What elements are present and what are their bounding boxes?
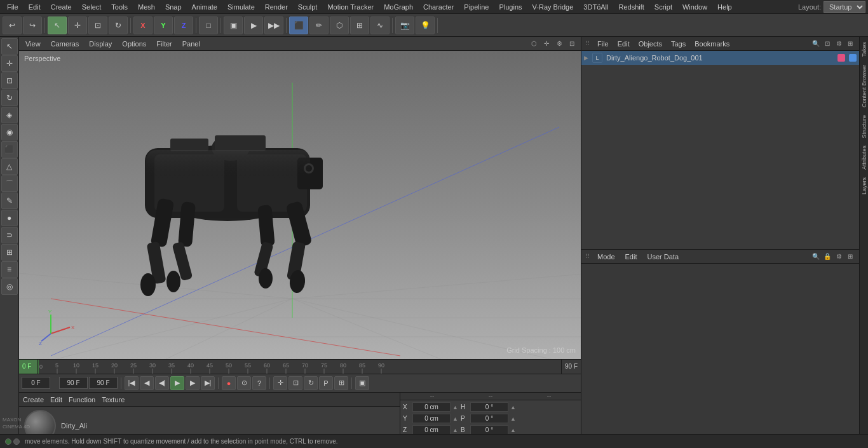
keyframe-button[interactable]: ⊞ [334,376,348,390]
coord-y-input[interactable] [412,414,451,423]
record-button[interactable]: ● [222,376,236,390]
tab-structure[interactable]: Structure [860,111,869,142]
sidebar-tool2-icon[interactable]: ◉ [1,124,18,140]
loop-button[interactable]: ⬡ [330,17,349,34]
viewport-settings-icon[interactable]: ⚙ [554,39,564,49]
light-button[interactable]: 💡 [416,17,435,34]
rp-objects-menu[interactable]: Objects [636,39,665,49]
timeline-ruler[interactable]: .tick{font-size:9px;fill:#888} 0 5 10 15 [38,360,561,374]
sidebar-bend-icon[interactable]: ⌒ [1,175,18,192]
sidebar-sym-icon[interactable]: ⊃ [1,227,18,243]
rotate-key-button[interactable]: ↻ [304,376,318,390]
menu-plugins[interactable]: Plugins [494,2,526,12]
record-auto-button[interactable]: ⊙ [237,376,251,390]
menu-select[interactable]: Select [78,2,106,12]
undo-button[interactable]: ↩ [3,17,22,34]
select-tool-button[interactable]: ↖ [48,17,67,34]
coord-y-arrow[interactable]: ▲ [452,416,459,422]
coord-z-input[interactable] [412,425,451,435]
sidebar-scale-icon[interactable]: ⊡ [1,72,18,89]
material-create-menu[interactable]: Create [23,396,44,404]
pen-button[interactable]: ✏ [309,17,329,34]
help-button[interactable]: ? [252,376,266,390]
viewport-options-menu[interactable]: Options [119,39,149,49]
move-key-button[interactable]: ✛ [273,376,287,390]
viewport-maximize-icon[interactable]: ⊡ [567,39,577,49]
viewport-panel-menu[interactable]: Panel [180,39,203,49]
menu-mograph[interactable]: MoGraph [379,2,417,12]
play-reverse-button[interactable]: ◀| [155,376,169,390]
menu-edit[interactable]: Edit [24,2,45,12]
go-end-button[interactable]: ▶| [201,376,215,390]
play-button[interactable]: ▶ [170,376,184,390]
viewport-view-menu[interactable]: View [23,39,43,49]
material-edit-menu[interactable]: Edit [50,396,62,404]
camera-button[interactable]: 📷 [395,17,414,34]
tab-content-browser[interactable]: Content Browser [860,61,869,111]
scale-tool-button[interactable]: ⊡ [88,17,107,34]
rotate-tool-button[interactable]: ↻ [109,17,128,34]
attrs-edit-menu[interactable]: Edit [623,252,640,262]
coord-b-arrow[interactable]: ▲ [510,427,517,433]
viewport-cross-icon[interactable]: ✛ [541,39,552,49]
playback-end-input-left[interactable] [59,377,88,389]
render-region-button[interactable]: ▣ [224,17,243,34]
playback-end-input-right[interactable] [89,377,118,389]
menu-snap[interactable]: Snap [161,2,186,12]
coord-x-arrow[interactable]: ▲ [452,404,459,411]
sidebar-move-icon[interactable]: ✛ [1,55,18,72]
move-tool-button[interactable]: ✛ [68,17,87,34]
menu-tools[interactable]: Tools [107,2,132,12]
menu-simulate[interactable]: Simulate [223,2,259,12]
coord-z-arrow[interactable]: ▲ [452,427,459,433]
attrs-userdata-menu[interactable]: User Data [645,252,682,262]
go-start-button[interactable]: |◀ [125,376,139,390]
rp-search-icon[interactable]: 🔍 [811,39,821,49]
sidebar-shape-icon[interactable]: △ [1,158,18,175]
playback-start-input[interactable] [22,377,50,389]
sidebar-cube-icon[interactable]: ⬛ [1,141,18,158]
menu-create[interactable]: Create [46,2,76,12]
attrs-settings-icon[interactable]: ⚙ [834,252,844,262]
rp-file-menu[interactable]: File [595,39,611,49]
coord-b-input[interactable] [470,425,508,435]
coord-p-input[interactable] [470,414,508,423]
menu-help[interactable]: Help [713,2,736,12]
rp-filter-icon[interactable]: ⊡ [822,39,832,49]
menu-pipeline[interactable]: Pipeline [459,2,493,12]
sidebar-tool1-icon[interactable]: ◈ [1,107,18,123]
rp-expand-icon[interactable]: ⊞ [845,39,855,49]
step-forward-button[interactable]: ▶ [186,376,200,390]
menu-window[interactable]: Window [678,2,712,12]
attrs-expand-icon[interactable]: ⊞ [845,252,855,262]
tab-attributes[interactable]: Attributes [860,142,869,173]
menu-3dtoall[interactable]: 3DTöAll [579,2,613,12]
rp-tags-menu[interactable]: Tags [668,39,688,49]
sidebar-paint-icon[interactable]: ● [1,210,18,226]
param-key-button[interactable]: P [319,376,333,390]
redo-button[interactable]: ↪ [23,17,42,34]
object-row-dog[interactable]: ▶ L Dirty_Aliengo_Robot_Dog_001 [581,51,859,65]
coord-x-input[interactable] [412,402,451,412]
menu-sculpt[interactable]: Sculpt [294,2,322,12]
anim-mode-button[interactable]: ▣ [355,376,369,390]
cube-button[interactable]: ⬛ [289,17,308,34]
rp-settings-icon[interactable]: ⚙ [834,39,844,49]
material-texture-menu[interactable]: Texture [102,396,125,404]
coord-p-arrow[interactable]: ▲ [510,416,517,422]
sidebar-pen-icon[interactable]: ✎ [1,193,18,209]
menu-vray[interactable]: V-Ray Bridge [528,2,578,12]
tab-layers[interactable]: Layers [860,173,869,198]
menu-file[interactable]: File [3,2,23,12]
x-axis-button[interactable]: X [133,17,153,34]
array-button[interactable]: ⊞ [350,17,369,34]
sidebar-grid-icon[interactable]: ⊞ [1,244,18,261]
step-back-button[interactable]: ◀ [140,376,154,390]
rp-edit-menu[interactable]: Edit [615,39,632,49]
coord-h-input[interactable] [470,402,508,412]
sidebar-magnet-icon[interactable]: ◎ [1,278,18,295]
viewport-filter-menu[interactable]: Filter [154,39,174,49]
viewport-expand-icon[interactable]: ⬡ [529,39,539,49]
sidebar-rotate-icon[interactable]: ↻ [1,90,18,106]
scale-key-button[interactable]: ⊡ [288,376,302,390]
